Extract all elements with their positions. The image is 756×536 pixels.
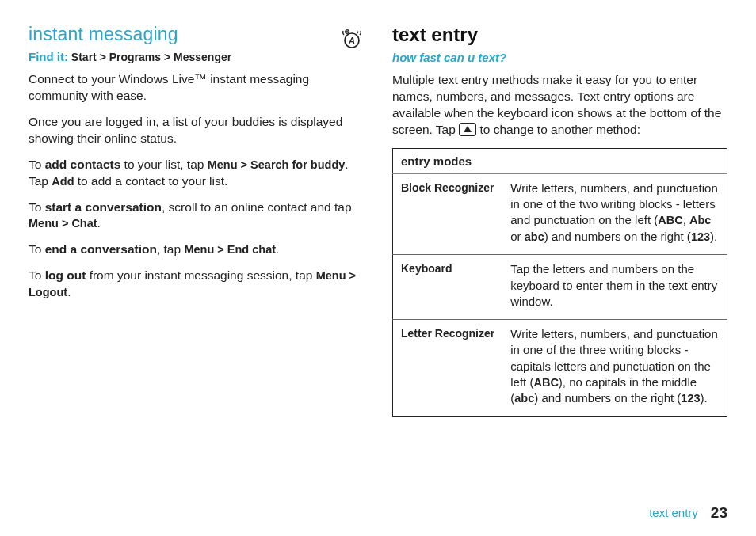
table-header: entry modes	[393, 148, 727, 173]
text-fragment: ) and numbers on the right (	[544, 230, 691, 243]
page-columns: A instant messaging Find it: Start > Pro…	[29, 24, 727, 417]
text-fragment: .	[276, 242, 279, 256]
text-bold: ABC	[658, 214, 682, 226]
menu-path: Add	[52, 175, 74, 188]
svg-text:A: A	[348, 36, 355, 45]
text-fragment: to your list, tap	[120, 158, 207, 171]
mode-name: Keyboard	[393, 255, 503, 320]
text-bold: ABC	[533, 376, 558, 389]
page-footer: text entry23	[649, 504, 727, 522]
text-fragment: ).	[701, 391, 708, 405]
text-fragment: from your instant messaging session, tap	[86, 268, 315, 282]
footer-section: text entry	[649, 506, 698, 519]
table-row: Letter Recognizer Write letters, numbers…	[393, 320, 727, 417]
table-row: Block Recognizer Write letters, numbers,…	[393, 173, 727, 255]
text-fragment: ,	[683, 213, 689, 226]
text-fragment: To	[29, 158, 45, 171]
text-fragment: To	[29, 242, 45, 256]
text-fragment: to change to another method:	[476, 123, 640, 136]
network-feature-icon: A	[340, 27, 364, 51]
page-number: 23	[711, 504, 727, 521]
text-bold: abc	[514, 392, 534, 405]
text-bold: abc	[525, 230, 544, 243]
instant-messaging-heading: instant messaging	[29, 24, 364, 45]
text-bold: start a conversation	[45, 200, 162, 214]
text-fragment: , tap	[157, 242, 184, 256]
find-it-line: Find it: Start > Programs > Messenger	[29, 50, 364, 63]
im-paragraph-3: To add contacts to your list, tap Menu >…	[29, 157, 364, 190]
text-fragment: To	[29, 268, 45, 282]
mode-desc: Write letters, numbers, and punctuation …	[502, 320, 727, 417]
text-bold: Abc	[689, 214, 711, 226]
im-paragraph-6: To log out from your instant messaging s…	[29, 268, 364, 301]
text-fragment: to add a contact to your list.	[74, 174, 228, 188]
text-fragment: , scroll to an online contact and tap	[162, 200, 352, 214]
left-column: A instant messaging Find it: Start > Pro…	[29, 24, 364, 417]
menu-path: Menu > Chat	[29, 217, 97, 230]
text-fragment: ).	[710, 230, 717, 243]
text-fragment: ) and numbers on the right (	[534, 391, 681, 405]
text-bold: log out	[45, 268, 86, 282]
text-entry-subhead: how fast can u text?	[392, 51, 727, 64]
text-fragment: .	[97, 216, 101, 230]
im-paragraph-2: Once you are logged in, a list of your b…	[29, 114, 364, 147]
text-fragment: To	[29, 200, 45, 214]
find-it-label: Find it:	[29, 50, 68, 63]
im-paragraph-1: Connect to your Windows Live™ instant me…	[29, 71, 364, 105]
mode-name: Block Recognizer	[393, 173, 503, 255]
find-it-path: Start > Programs > Messenger	[68, 51, 231, 63]
menu-path: Menu > Search for buddy	[208, 158, 346, 171]
mode-desc: Tap the letters and numbers on the keybo…	[502, 255, 727, 320]
text-entry-paragraph: Multiple text entry methods make it easy…	[392, 72, 727, 139]
table-row: Keyboard Tap the letters and numbers on …	[393, 255, 727, 320]
mode-desc: Write letters, numbers, and punctuation …	[502, 173, 727, 255]
text-bold: end a conversation	[45, 242, 157, 256]
im-paragraph-5: To end a conversation, tap Menu > End ch…	[29, 241, 364, 258]
im-paragraph-4: To start a conversation, scroll to an on…	[29, 200, 364, 233]
text-fragment: or	[510, 230, 525, 243]
up-arrow-key-icon	[459, 123, 476, 136]
text-bold: add contacts	[45, 158, 121, 171]
text-bold: 123	[691, 230, 710, 243]
text-entry-heading: text entry	[392, 24, 727, 46]
text-fragment: .	[67, 285, 71, 298]
entry-modes-table: entry modes Block Recognizer Write lette…	[392, 148, 727, 417]
mode-name: Letter Recognizer	[393, 320, 503, 417]
text-bold: 123	[681, 392, 700, 405]
menu-path: Menu > End chat	[184, 243, 276, 256]
right-column: text entry how fast can u text? Multiple…	[392, 24, 727, 417]
